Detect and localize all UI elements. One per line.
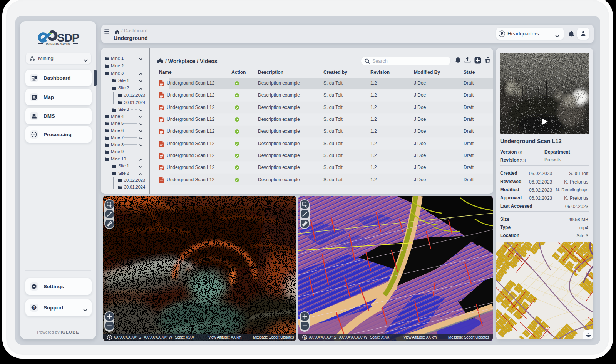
- svg-text:SPATIAL DATA PLATFORM: SPATIAL DATA PLATFORM: [46, 43, 70, 45]
- svg-text:N: N: [109, 337, 110, 339]
- svg-text:SDP: SDP: [57, 31, 79, 44]
- svg-text:N: N: [304, 337, 305, 339]
- svg-text:?: ?: [33, 306, 35, 309]
